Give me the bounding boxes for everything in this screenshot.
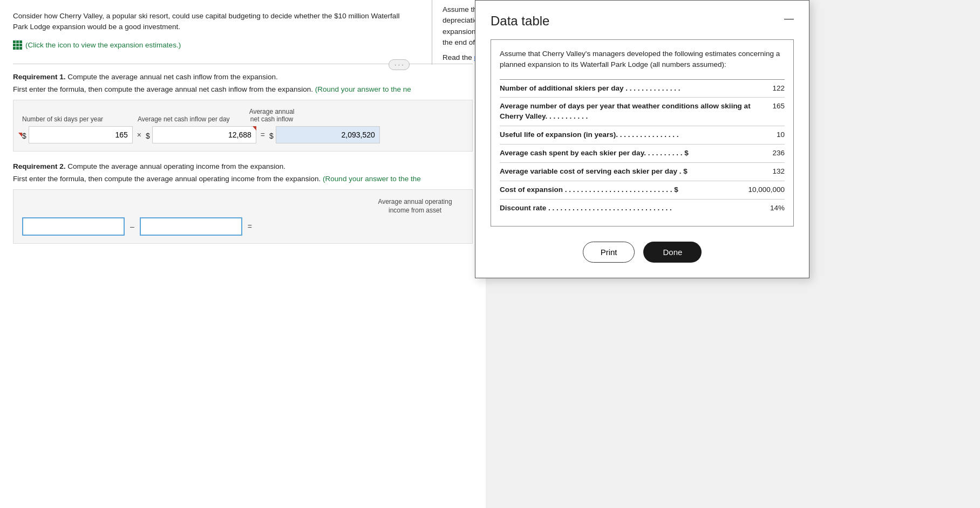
data-row-label-5: Cost of expansion . . . . . . . . . . . … [500,185,744,195]
requirement-1-section: Requirement 1. Compute the average annua… [13,73,473,244]
data-rows-container: Number of additional skiers per day . . … [500,79,785,217]
dollar-sign-1: $ [22,132,26,140]
minimize-button[interactable]: — [784,13,794,23]
data-row-value-1: 165 [772,102,785,110]
formula-1-container: Number of ski days per year Average net … [13,100,473,152]
formula-label-1: Number of ski days per year [22,115,103,123]
avg-operating-label: Average annual operating income from ass… [366,197,464,216]
value1-group: $ [22,126,133,143]
req2-equals-operator: = [248,222,252,231]
data-table-intro: Assume that Cherry Valley's managers dev… [500,49,785,71]
collapse-handle[interactable]: · · · [389,59,410,70]
requirement-2-subtext: First enter the formula, then compute th… [13,175,473,183]
modal-header: Data table — [491,13,794,29]
operator-equals: = [261,131,265,141]
data-row-0: Number of additional skiers per day . . … [500,79,785,98]
data-row-value-3: 236 [772,149,785,157]
modal-footer: Print Done [491,242,794,263]
formula-label-3: Average annual net cash inflow [249,108,295,123]
data-row-label-2: Useful life of expansion (in years). . .… [500,130,772,140]
print-button[interactable]: Print [583,242,635,263]
data-row-5: Cost of expansion . . . . . . . . . . . … [500,181,785,199]
dollar-sign-2: $ [146,132,150,140]
data-row-value-6: 14% [770,204,785,212]
data-row-label-3: Average cash spent by each skier per day… [500,148,768,159]
expansion-estimates-link[interactable]: (Click the icon to view the expansion es… [13,40,181,50]
formula-label-2: Average net cash inflow per day [138,115,230,123]
formula-2-container: Average annual operating income from ass… [13,189,473,244]
icon-link-label: (Click the icon to view the expansion es… [25,41,181,49]
annual-net-cash-inflow-result[interactable] [276,126,380,143]
requirement-1-subtext: First enter the formula, then compute th… [13,85,473,93]
operator-multiply: × [137,131,141,141]
req2-input-2[interactable] [140,217,242,236]
modal-title: Data table [491,13,549,29]
intro-text: Consider how Cherry Valley, a popular sk… [13,11,401,33]
data-row-label-1: Average number of days per year that wea… [500,101,768,122]
data-row-value-0: 122 [772,84,785,92]
data-row-2: Useful life of expansion (in years). . .… [500,126,785,144]
data-row-label-0: Number of additional skiers per day . . … [500,84,768,94]
ski-days-input[interactable] [29,126,133,143]
requirement-1-title: Requirement 1. Compute the average annua… [13,73,473,81]
result-group: $ [269,126,380,143]
data-row-3: Average cash spent by each skier per day… [500,144,785,162]
req2-minus-operator: – [130,222,134,231]
requirement-2-title: Requirement 2. Compute the average annua… [13,162,473,170]
done-button[interactable]: Done [643,242,702,263]
cash-inflow-per-day-input[interactable] [152,126,256,143]
grid-icon [13,40,22,50]
data-row-value-4: 132 [772,167,785,175]
data-row-label-6: Discount rate . . . . . . . . . . . . . … [500,203,766,214]
data-row-6: Discount rate . . . . . . . . . . . . . … [500,199,785,217]
data-row-1: Average number of days per year that wea… [500,97,785,126]
panel-divider [432,0,432,65]
data-table-box: Assume that Cherry Valley's managers dev… [491,39,794,226]
data-row-4: Average variable cost of serving each sk… [500,162,785,181]
data-row-value-5: 10,000,000 [748,186,785,194]
data-row-value-2: 10 [777,131,785,139]
req2-formula-row: – = [22,217,464,236]
dollar-sign-result: $ [269,132,274,140]
value2-group: $ [146,126,256,143]
data-table-modal: Data table — Assume that Cherry Valley's… [475,0,809,278]
data-row-label-4: Average variable cost of serving each sk… [500,167,768,177]
req2-input-1[interactable] [22,217,125,236]
